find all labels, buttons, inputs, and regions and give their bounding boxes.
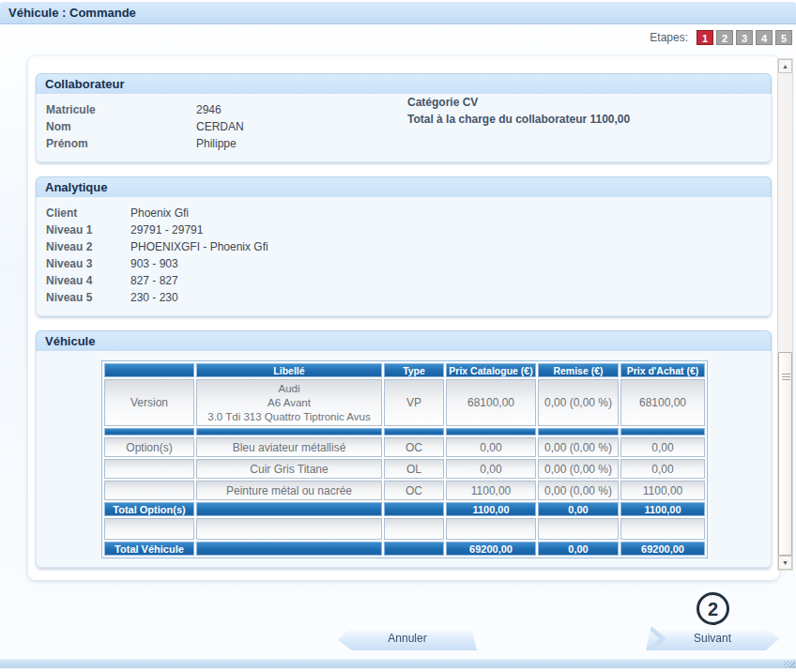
field-niveau-5: Niveau 5 230 - 230 [46,289,763,306]
vertical-scrollbar[interactable]: ▲ ▼ [777,58,793,571]
table-spacer-row [104,518,705,540]
vehicule-header: Véhicule [36,330,772,351]
niveau-3-value: 903 - 903 [130,255,178,272]
collaborateur-body: Matricule 2946 Nom CERDAN Prénom Philipp… [36,94,772,162]
field-nom: Nom CERDAN [46,118,763,135]
option-3-label [104,481,194,500]
section-analytique: Analytique Client Phoenix Gfi Niveau 1 2… [36,176,772,316]
total-vehicule-remise: 0,00 [538,542,619,556]
option-3-prix-achat: 1100,00 [620,481,705,500]
table-header-row: Libellé Type Prix Catalogue (€) Remise (… [104,363,705,377]
matricule-value: 2946 [196,101,222,118]
niveau-4-value: 827 - 827 [130,272,178,289]
niveau-5-value: 230 - 230 [130,289,178,306]
option-3-type: OC [384,481,444,500]
option-1-prix-catalogue: 0,00 [446,437,536,457]
field-prenom: Prénom Philippe [46,135,763,152]
option-3-prix-catalogue: 1100,00 [446,481,536,500]
steps-indicator: Etapes: 1 2 3 4 5 [650,29,792,46]
col-header-libelle: Libellé [196,363,382,377]
total-options-remise: 0,00 [538,502,619,516]
scrollbar-thumb[interactable] [778,352,792,556]
analytique-header: Analytique [36,176,772,197]
total-vehicule-prix-achat: 69200,00 [620,542,705,556]
option-3-libelle: Peinture métal ou nacrée [196,481,382,500]
version-libelle-line1: Audi [197,382,381,396]
niveau-1-label: Niveau 1 [46,221,130,238]
field-niveau-4: Niveau 4 827 - 827 [46,272,763,289]
total-vehicule-label: Total Véhicule [104,542,194,556]
option-2-label [104,459,194,479]
analytique-body: Client Phoenix Gfi Niveau 1 29791 - 2979… [36,197,772,316]
suivant-button[interactable]: Suivant [646,627,779,650]
window-title: Véhicule : Commande [0,2,796,24]
version-libelle-line3: 3.0 Tdi 313 Quattro Tiptronic Avus [197,410,381,424]
step-2[interactable]: 2 [716,30,733,45]
nom-value: CERDAN [196,118,244,135]
niveau-5-label: Niveau 5 [46,289,130,306]
client-value: Phoenix Gfi [130,205,189,221]
step-3[interactable]: 3 [736,30,753,45]
version-libelle: Audi A6 Avant 3.0 Tdi 313 Quattro Tiptro… [196,379,382,426]
categorie-text: Catégorie CV [407,94,630,111]
step-4[interactable]: 4 [756,30,773,45]
client-label: Client [46,205,130,221]
total-charge-text: Total à la charge du collaborateur 1100,… [407,111,630,128]
option-2-type: OL [384,459,444,479]
version-libelle-line2: A6 Avant [197,396,381,410]
scroll-up-arrow-icon[interactable]: ▲ [778,59,792,73]
table-separator-row [104,428,705,435]
version-type: VP [384,379,444,426]
vehicule-table: Libellé Type Prix Catalogue (€) Remise (… [102,361,707,557]
table-row-total-vehicule: Total Véhicule 69200,00 0,00 69200,00 [104,542,705,556]
step-1[interactable]: 1 [696,30,713,45]
annuler-button[interactable]: Annuler [338,627,477,650]
field-matricule: Matricule 2946 [46,101,763,118]
col-header-prix-catalogue: Prix Catalogue (€) [446,363,536,377]
table-row-option-2: Cuir Gris Titane OL 0,00 0,00 (0,00 %) 0… [104,459,705,479]
main-content-panel: Collaborateur Matricule 2946 Nom CERDAN … [28,56,779,580]
option-1-prix-achat: 0,00 [620,437,705,457]
collaborateur-header: Collaborateur [36,73,772,94]
total-options-prix-achat: 1100,00 [620,502,705,516]
total-vehicule-prix-catalogue: 69200,00 [446,542,536,556]
niveau-2-value: PHOENIXGFI - Phoenix Gfi [130,238,268,255]
col-header-prix-achat: Prix d'Achat (€) [620,363,705,377]
field-client: Client Phoenix Gfi [46,205,763,221]
section-vehicule: Véhicule Libellé Type Prix Catalogue (€)… [36,330,772,568]
table-row-version: Version Audi A6 Avant 3.0 Tdi 313 Quattr… [104,379,705,426]
field-niveau-2: Niveau 2 PHOENIXGFI - Phoenix Gfi [46,238,763,255]
matricule-label: Matricule [46,101,196,118]
col-header-empty [104,363,194,377]
field-niveau-3: Niveau 3 903 - 903 [46,255,763,272]
prenom-value: Philippe [196,135,237,152]
option-1-libelle: Bleu aviateur métallisé [196,437,382,457]
section-collaborateur: Collaborateur Matricule 2946 Nom CERDAN … [36,73,772,162]
version-remise: 0,00 (0,00 %) [538,379,619,426]
resize-grip-icon[interactable] [784,661,795,668]
prenom-label: Prénom [46,135,196,152]
option-1-type: OC [384,437,444,457]
nom-label: Nom [46,118,196,135]
footer-status-bar [0,659,796,668]
option-2-prix-catalogue: 0,00 [446,459,536,479]
niveau-2-label: Niveau 2 [46,238,130,255]
niveau-1-value: 29791 - 29791 [130,221,203,238]
vehicule-body: Libellé Type Prix Catalogue (€) Remise (… [36,351,772,568]
col-header-type: Type [384,363,444,377]
step-5[interactable]: 5 [775,30,792,45]
option-2-prix-achat: 0,00 [620,459,705,479]
table-row-total-options: Total Option(s) 1100,00 0,00 1100,00 [104,502,705,516]
version-prix-catalogue: 68100,00 [446,379,536,426]
niveau-3-label: Niveau 3 [46,255,130,272]
option-2-libelle: Cuir Gris Titane [196,459,382,479]
step-2-annotation-badge: 2 [696,592,729,625]
scroll-down-arrow-icon[interactable]: ▼ [778,556,792,570]
option-1-remise: 0,00 (0,00 %) [538,437,619,457]
option-1-label: Option(s) [104,437,194,457]
version-label: Version [104,379,194,426]
scrollbar-grip-icon [782,374,790,381]
option-2-remise: 0,00 (0,00 %) [538,459,619,479]
total-options-label: Total Option(s) [104,502,194,516]
option-3-remise: 0,00 (0,00 %) [538,481,619,500]
